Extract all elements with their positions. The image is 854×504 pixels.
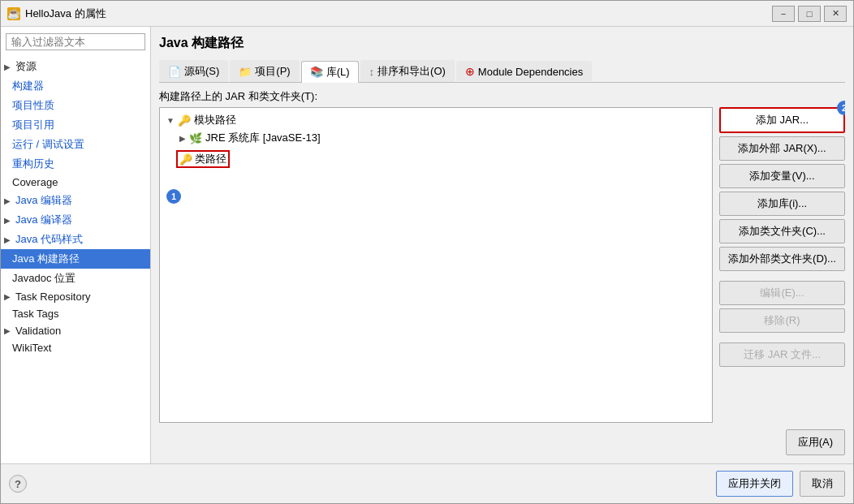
title-bar: ☕ HelloJava 的属性 − □ ✕ (1, 1, 853, 27)
tab-projects[interactable]: 📁 项目(P) (230, 60, 299, 82)
tree-expand-arrow-icon: ▼ (166, 116, 175, 125)
add-variable-button[interactable]: 添加变量(V)... (719, 164, 845, 188)
tab-label: 排序和导出(O) (377, 64, 446, 79)
sidebar-item-label: 项目性质 (12, 98, 54, 113)
sidebar-item-label: Coverage (12, 176, 58, 188)
module-path-icon: 🔑 (178, 114, 191, 127)
tabs-bar: 📄 源码(S) 📁 项目(P) 📚 库(L) ↕ 排序和导出(O) ⊕ (159, 60, 845, 83)
sidebar-item-label: Validation (15, 325, 61, 337)
minimize-button[interactable]: − (772, 6, 795, 22)
sidebar-item-label: Java 构建路径 (12, 252, 80, 266)
cancel-button[interactable]: 取消 (800, 471, 845, 497)
sidebar-item-java-build-path[interactable]: Java 构建路径 (1, 249, 150, 269)
dialog-window: ☕ HelloJava 的属性 − □ ✕ ▶ 资源 构建器 项目性 (0, 0, 854, 504)
content-label: 构建路径上的 JAR 和类文件夹(T): (159, 89, 845, 104)
tab-label: Module Dependencies (478, 66, 583, 78)
tree-expand-arrow-icon: ▶ (179, 134, 186, 143)
sidebar-item-run-debug[interactable]: 运行 / 调试设置 (1, 135, 150, 154)
sidebar-item-label: Java 编译器 (15, 213, 72, 227)
class-path-icon: 🔑 (179, 153, 192, 166)
content-area: 构建路径上的 JAR 和类文件夹(T): ▼ 🔑 模块路径 ▶ (159, 89, 845, 455)
sidebar-item-project-ref[interactable]: 项目引用 (1, 115, 150, 135)
dialog-body: ▶ 资源 构建器 项目性质 项目引用 运行 / 调试设置 重构历史 (1, 27, 853, 463)
sidebar-item-task-repository[interactable]: ▶ Task Repository (1, 288, 150, 305)
sidebar-item-label: WikiText (12, 342, 51, 354)
app-icon: ☕ (7, 7, 20, 20)
projects-tab-icon: 📁 (239, 66, 252, 78)
tab-source[interactable]: 📄 源码(S) (159, 60, 228, 82)
sidebar-item-builder[interactable]: 构建器 (1, 76, 150, 96)
sidebar-item-wikitext[interactable]: WikiText (1, 339, 150, 356)
jre-icon: 🌿 (189, 131, 202, 144)
window-title: HelloJava 的属性 (25, 6, 772, 21)
sidebar-item-resources[interactable]: ▶ 资源 (1, 57, 150, 76)
content-row: ▼ 🔑 模块路径 ▶ 🌿 JRE 系统库 [JavaSE-13] ▶ (159, 107, 845, 423)
sidebar-item-task-tags[interactable]: Task Tags (1, 305, 150, 322)
tree-item-label: JRE 系统库 [JavaSE-13] (205, 131, 321, 145)
tab-label: 项目(P) (255, 64, 290, 79)
libraries-tab-icon: 📚 (310, 66, 323, 78)
tab-label: 库(L) (326, 65, 350, 80)
bottom-left: ? (9, 475, 710, 493)
add-ext-class-folder-button[interactable]: 添加外部类文件夹(D)... (719, 247, 845, 271)
sidebar-item-java-editor[interactable]: ▶ Java 编辑器 (1, 191, 150, 210)
apply-close-button[interactable]: 应用并关闭 (716, 471, 793, 497)
sidebar-filter-input[interactable] (6, 33, 145, 50)
sidebar-item-java-code-style[interactable]: ▶ Java 代码样式 (1, 230, 150, 249)
tree-item-jre[interactable]: ▶ 🌿 JRE 系统库 [JavaSE-13] (163, 129, 709, 147)
sidebar-item-label: Java 代码样式 (15, 232, 83, 247)
remove-button[interactable]: 移除(R) (719, 308, 845, 333)
apply-row: 应用(A) (159, 429, 845, 455)
sidebar: ▶ 资源 构建器 项目性质 项目引用 运行 / 调试设置 重构历史 (1, 27, 151, 463)
restore-button[interactable]: □ (798, 6, 821, 22)
tree-item-label: 模块路径 (194, 113, 236, 127)
tree-item-class-path[interactable]: ▶ 🔑 类路径 (163, 149, 709, 170)
edit-button[interactable]: 编辑(E)... (719, 281, 845, 305)
tree-panel: ▼ 🔑 模块路径 ▶ 🌿 JRE 系统库 [JavaSE-13] ▶ (159, 107, 713, 423)
help-button[interactable]: ? (9, 475, 27, 493)
add-jar-button-container: 添加 JAR... 2 (719, 107, 845, 133)
expand-arrow-icon: ▶ (4, 216, 11, 225)
source-tab-icon: 📄 (168, 66, 181, 78)
sidebar-item-coverage[interactable]: Coverage (1, 174, 150, 191)
class-path-highlight: 🔑 类路径 (176, 150, 230, 168)
buttons-panel: 添加 JAR... 2 添加外部 JAR(X)... 添加变量(V)... 添加… (719, 107, 845, 423)
expand-arrow-icon: ▶ (4, 62, 11, 71)
tab-order[interactable]: ↕ 排序和导出(O) (360, 60, 455, 82)
apply-button[interactable]: 应用(A) (786, 429, 845, 455)
sidebar-item-refactor[interactable]: 重构历史 (1, 154, 150, 174)
add-library-button[interactable]: 添加库(i)... (719, 192, 845, 216)
sidebar-item-label: 项目引用 (12, 118, 54, 132)
add-class-folder-button[interactable]: 添加类文件夹(C)... (719, 219, 845, 243)
close-button[interactable]: ✕ (824, 6, 847, 22)
sidebar-item-label: 资源 (15, 59, 37, 74)
sidebar-item-javadoc[interactable]: Javadoc 位置 (1, 269, 150, 288)
sidebar-item-java-compiler[interactable]: ▶ Java 编译器 (1, 210, 150, 230)
expand-arrow-icon: ▶ (4, 292, 11, 301)
badge-1: 1 (166, 189, 181, 204)
tab-label: 源码(S) (184, 64, 219, 79)
migrate-button[interactable]: 迁移 JAR 文件... (719, 342, 845, 367)
sidebar-item-validation[interactable]: ▶ Validation (1, 322, 150, 339)
sidebar-item-label: Task Tags (12, 308, 59, 320)
module-deps-tab-icon: ⊕ (465, 65, 475, 78)
sidebar-item-label: 运行 / 调试设置 (12, 137, 84, 152)
expand-arrow-icon: ▶ (4, 326, 11, 335)
tab-libraries[interactable]: 📚 库(L) (301, 61, 359, 83)
add-external-jar-button[interactable]: 添加外部 JAR(X)... (719, 136, 845, 161)
tree-item-label: 类路径 (195, 152, 226, 166)
sidebar-item-project-props[interactable]: 项目性质 (1, 96, 150, 115)
tab-module-deps[interactable]: ⊕ Module Dependencies (456, 61, 592, 81)
add-jar-button[interactable]: 添加 JAR... (719, 107, 845, 133)
expand-arrow-icon: ▶ (4, 196, 11, 205)
tree-item-module-path[interactable]: ▼ 🔑 模块路径 (163, 111, 709, 129)
expand-arrow-icon: ▶ (4, 235, 11, 244)
main-content: Java 构建路径 📄 源码(S) 📁 项目(P) 📚 库(L) ↕ (151, 27, 853, 463)
window-controls: − □ ✕ (772, 6, 847, 22)
sidebar-item-label: Javadoc 位置 (12, 271, 75, 286)
sidebar-item-label: 重构历史 (12, 157, 54, 171)
page-title: Java 构建路径 (159, 35, 845, 52)
bottom-bar: ? 应用并关闭 取消 (1, 463, 853, 503)
sidebar-item-label: 构建器 (12, 79, 44, 93)
order-tab-icon: ↕ (369, 66, 375, 78)
